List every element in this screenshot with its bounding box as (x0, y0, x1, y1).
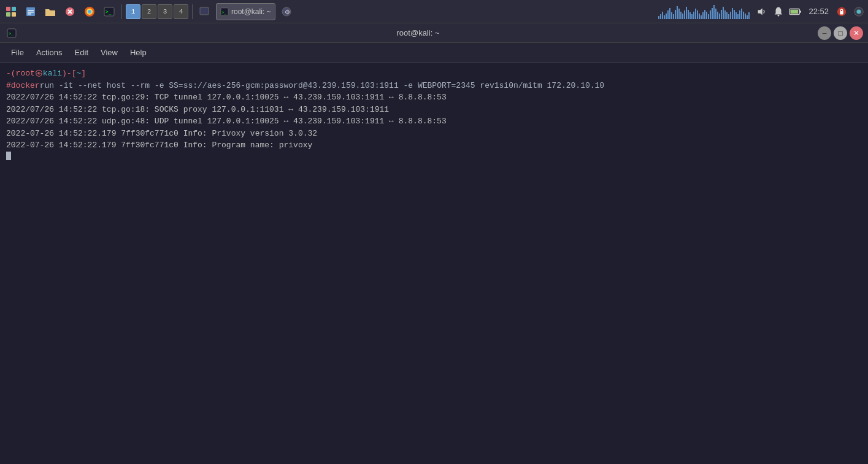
chart-bar (688, 10, 689, 19)
chart-bar (743, 12, 744, 19)
chart-bar (724, 10, 726, 19)
chart-bar (675, 10, 676, 19)
svg-rect-25 (800, 10, 801, 13)
chart-bar (712, 8, 713, 19)
chart-bar (684, 10, 685, 19)
prompt-line: -(root㉿kali)-[~] (6, 68, 862, 80)
cpu-chart (657, 3, 751, 20)
chart-bar (660, 14, 661, 19)
clock: 22:52 (806, 7, 831, 16)
chart-bar (666, 14, 667, 19)
chart-bar (662, 12, 663, 19)
prompt-dir-close: ] (81, 68, 86, 80)
chart-bar (734, 10, 735, 19)
chart-bar (701, 15, 702, 19)
minimize-button[interactable]: – (818, 26, 831, 40)
taskbar: >_ 1 2 3 4 >_ root@kali: ~ ⚙ (0, 0, 868, 23)
svg-marker-21 (758, 8, 762, 15)
svg-rect-24 (791, 9, 799, 13)
chart-bar (693, 12, 694, 19)
svg-rect-16 (200, 7, 209, 15)
cmd-docker: docker (11, 80, 40, 92)
workspace-4[interactable]: 4 (174, 4, 188, 19)
log-line-4: 2022-07-26 14:52:22.179 7ff30fc771c0 Inf… (6, 128, 862, 140)
power-icon[interactable] (852, 5, 866, 18)
prompt-bracket-close: )-[ (62, 68, 76, 80)
firefox-icon[interactable] (81, 3, 98, 20)
system-icon[interactable] (2, 3, 20, 20)
notification-icon[interactable] (772, 5, 785, 18)
chart-bar (691, 14, 693, 19)
chart-bar (704, 10, 705, 19)
workspace-1[interactable]: 1 (126, 4, 140, 19)
svg-text:⚙: ⚙ (285, 9, 290, 15)
menu-help[interactable]: Help (124, 45, 153, 60)
folder-icon[interactable] (42, 3, 59, 20)
chart-bar (686, 7, 687, 19)
menubar: File Actions Edit View Help (0, 43, 868, 63)
chart-bar (717, 12, 718, 19)
files-icon[interactable] (22, 3, 39, 20)
chart-bar (710, 10, 711, 19)
cmd-args: run -it --net host --rm -e SS=ss://aes-2… (40, 80, 605, 92)
app-icon-small[interactable] (196, 3, 213, 20)
cursor-line (6, 152, 862, 160)
system-tray: 22:52 (657, 3, 866, 20)
menu-file[interactable]: File (5, 45, 30, 60)
chart-bar (682, 14, 683, 19)
svg-point-29 (856, 9, 861, 14)
close-red-icon[interactable] (61, 3, 79, 20)
volume-icon[interactable] (755, 5, 768, 18)
chart-bar (667, 10, 669, 19)
chart-bar (719, 14, 720, 19)
chart-bar (673, 14, 674, 19)
chart-bar (678, 9, 680, 19)
svg-point-13 (88, 10, 91, 14)
prompt-bracket-open: -( (6, 68, 16, 80)
chart-bar (721, 10, 722, 19)
chart-bar (669, 8, 670, 19)
svg-text:>_: >_ (9, 31, 14, 36)
chart-bar (706, 12, 707, 19)
chart-bar (735, 12, 737, 19)
chart-bar (713, 5, 715, 19)
chart-bar (680, 12, 682, 19)
svg-text:>_: >_ (222, 9, 227, 14)
menu-view[interactable]: View (94, 45, 124, 60)
app-icon-2[interactable]: ⚙ (278, 3, 295, 20)
log-line-2: 2022/07/26 14:52:22 tcp.go:18: SOCKS pro… (6, 104, 862, 116)
prompt-user: root (16, 68, 35, 80)
terminal-content[interactable]: -(root㉿kali)-[~] # docker run -it --net … (0, 63, 868, 464)
svg-rect-5 (28, 10, 34, 11)
terminal-app-label: root@kali: ~ (231, 7, 271, 16)
lock-icon[interactable] (835, 5, 848, 18)
svg-rect-7 (28, 14, 31, 15)
workspace-2[interactable]: 2 (142, 4, 156, 19)
terminal-title: root@kali: ~ (18, 28, 818, 37)
command-line: # docker run -it --net host --rm -e SS=s… (6, 80, 862, 92)
close-button[interactable]: ✕ (850, 26, 863, 40)
terminal-app-button[interactable]: >_ root@kali: ~ (216, 3, 275, 20)
maximize-button[interactable]: □ (834, 26, 847, 40)
menu-actions[interactable]: Actions (30, 45, 69, 60)
divider-1 (121, 4, 122, 19)
prompt-hash: # (6, 80, 11, 92)
divider-2 (192, 4, 193, 19)
svg-rect-0 (6, 7, 10, 11)
workspace-switcher: 1 2 3 4 (126, 4, 188, 19)
chart-bar (732, 8, 733, 19)
terminal-window-icon[interactable]: >_ (5, 26, 18, 40)
workspace-3[interactable]: 3 (158, 4, 172, 19)
prompt-host: kali (43, 68, 62, 80)
chart-bar (748, 12, 750, 19)
chart-bar (728, 14, 729, 19)
chart-bar (695, 9, 696, 19)
battery-icon[interactable] (789, 5, 802, 18)
svg-rect-2 (6, 12, 10, 17)
window-controls: – □ ✕ (818, 26, 863, 40)
menu-edit[interactable]: Edit (69, 45, 94, 60)
chart-bar (697, 10, 698, 19)
terminal-cursor (6, 152, 11, 160)
terminal-icon[interactable]: >_ (101, 3, 118, 20)
prompt-at: ㉿ (35, 68, 43, 80)
